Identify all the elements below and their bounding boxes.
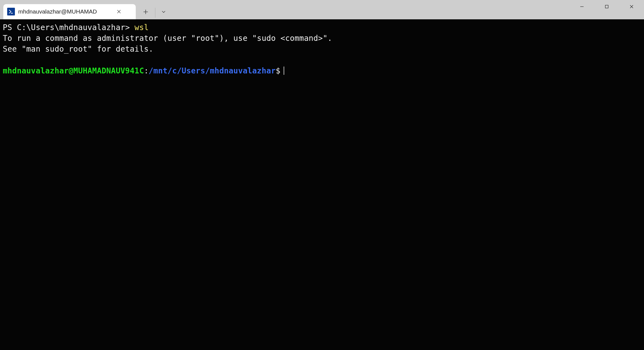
tab-active[interactable]: mhdnauvalazhar@MUHAMAD	[3, 4, 136, 19]
tab-dropdown-button[interactable]	[157, 5, 170, 18]
minimize-button[interactable]	[570, 0, 594, 13]
window-controls	[570, 0, 644, 13]
ps-prompt: PS C:\Users\mhdnauvalazhar>	[3, 23, 135, 32]
tab-close-button[interactable]	[115, 8, 123, 15]
titlebar: mhdnauvalazhar@MUHAMAD	[0, 0, 644, 19]
tab-strip: mhdnauvalazhar@MUHAMAD	[0, 0, 170, 19]
tab-title: mhdnauvalazhar@MUHAMAD	[18, 8, 109, 15]
wsl-prompt-path: /mnt/c/Users/mhdnauvalazhar	[149, 66, 276, 75]
maximize-button[interactable]	[594, 0, 619, 13]
wsl-prompt-colon: :	[144, 66, 149, 75]
new-tab-button[interactable]	[139, 5, 152, 18]
close-button[interactable]	[619, 0, 644, 13]
svg-rect-0	[605, 5, 608, 8]
powershell-icon	[7, 8, 15, 15]
terminal-area[interactable]: PS C:\Users\mhdnauvalazhar> wsl To run a…	[0, 19, 644, 350]
terminal-cursor	[284, 67, 284, 75]
wsl-prompt-userhost: mhdnauvalazhar@MUHAMADNAUV941C	[3, 66, 144, 75]
terminal-output-line: To run a command as administrator (user …	[3, 34, 332, 43]
tab-divider	[155, 8, 155, 18]
ps-command: wsl	[135, 23, 149, 32]
terminal-output-line: See "man sudo_root" for details.	[3, 44, 153, 54]
wsl-prompt-dollar: $	[276, 66, 280, 75]
